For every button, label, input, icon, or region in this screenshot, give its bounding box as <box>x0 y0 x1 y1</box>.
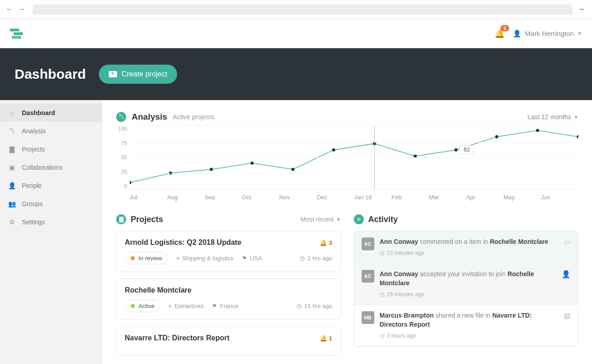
project-card[interactable]: Navarre LTD: Directors Report🔔1 <box>116 326 341 355</box>
avatar: AC <box>362 238 374 250</box>
app-window: ← → 🔔 5 👤 Mark Herrington ▼ Dashboard Cr… <box>0 0 592 364</box>
forward-icon[interactable]: → <box>17 5 26 14</box>
sidebar-item-label: People <box>22 182 42 189</box>
svg-point-9 <box>495 135 498 138</box>
user-name: Mark Herrington <box>525 30 574 37</box>
folder-round-icon: ▇ <box>116 214 126 224</box>
app-logo-icon[interactable] <box>10 27 23 40</box>
sidebar-item-settings[interactable]: ⚙ Settings <box>0 213 102 231</box>
create-project-label: Create project <box>122 70 168 78</box>
project-time: ◷2 hrs ago <box>300 255 332 262</box>
overflow-menu-icon[interactable] <box>577 8 587 11</box>
chat-icon: ▣ <box>8 164 15 171</box>
project-country: ⚑USA <box>242 255 262 262</box>
gear-icon: ⚙ <box>8 218 15 226</box>
range-selector[interactable]: Last 12 months ▼ <box>527 113 578 121</box>
svg-point-8 <box>454 148 458 152</box>
project-time: ◷11 hrs ago <box>296 303 332 309</box>
projects-column: ▇ Projects Most recent ▼ Arnold Logistic… <box>116 214 341 362</box>
project-category: ⌖Shipping & logistics <box>176 255 234 262</box>
activity-time: ◷23 minutes ago <box>380 249 559 257</box>
flag-icon: ⚑ <box>242 255 247 262</box>
project-country: ⚑France <box>212 303 238 309</box>
activity-item[interactable]: MBMarcus Brampton shared a new file in N… <box>354 305 578 346</box>
list-round-icon: ≡ <box>354 214 364 224</box>
comment-icon: ▭ <box>564 238 571 257</box>
browser-chrome: ← → <box>0 0 592 19</box>
target-icon: ⌖ <box>176 255 179 262</box>
sidebar: ⌂ Dashboard 〽 Analysis ▇ Projects ▣ Coll… <box>0 100 102 364</box>
target-icon: ⌖ <box>168 303 172 310</box>
chevron-down-icon: ▼ <box>577 31 582 36</box>
project-category: ⌖Extractives <box>168 303 204 310</box>
sidebar-item-label: Collaborations <box>22 164 63 171</box>
sidebar-item-label: Settings <box>22 218 45 226</box>
clock-icon: ◷ <box>296 303 301 309</box>
project-card[interactable]: Rochelle MontclareActive⌖Extractives⚑Fra… <box>116 278 341 320</box>
clock-icon: ◷ <box>380 332 384 340</box>
analysis-chart: 1007550250 62 JulAugSepOctNovDecJan 18Fe… <box>116 126 578 201</box>
svg-point-3 <box>250 162 254 165</box>
chevron-down-icon: ▼ <box>337 217 341 222</box>
person-icon: 👤 <box>8 182 15 189</box>
project-alert-badge: 🔔1 <box>320 335 332 342</box>
page-title: Dashboard <box>15 66 86 82</box>
project-title: Navarre LTD: Directors Report <box>125 334 230 342</box>
svg-point-0 <box>130 181 131 184</box>
status-pill: In review <box>125 252 168 264</box>
bell-icon: 🔔 <box>320 335 327 342</box>
avatar: MB <box>362 311 374 324</box>
status-pill: Active <box>125 300 160 312</box>
activity-target: Rochelle Montclare <box>490 238 548 245</box>
svg-point-11 <box>577 135 578 138</box>
notifications-bell-icon[interactable]: 🔔 5 <box>495 29 505 39</box>
clock-icon: ◷ <box>380 291 384 298</box>
chevron-down-icon: ▼ <box>574 115 578 120</box>
people-icon: 👥 <box>8 200 15 207</box>
activity-column: ≡ Activity ACAnn Conway commented on a i… <box>354 214 579 347</box>
trend-round-icon: 〽 <box>116 112 126 122</box>
svg-point-4 <box>291 168 295 171</box>
person-add-icon: 👤 <box>561 270 571 298</box>
svg-point-10 <box>536 129 539 132</box>
create-project-button[interactable]: Create project <box>99 65 178 84</box>
chart-x-labels: JulAugSepOctNovDecJan 18FebMarAprMayJun <box>116 194 578 201</box>
sidebar-item-analysis[interactable]: 〽 Analysis <box>0 122 102 140</box>
analysis-subtitle: Active projects <box>173 113 214 121</box>
svg-point-5 <box>332 148 335 152</box>
home-icon: ⌂ <box>8 109 15 116</box>
user-menu[interactable]: 👤 Mark Herrington ▼ <box>513 30 582 38</box>
sidebar-item-label: Dashboard <box>22 109 55 116</box>
range-label: Last 12 months <box>527 113 571 121</box>
file-icon: ▤ <box>564 311 571 339</box>
folder-icon: ▇ <box>8 146 15 153</box>
sidebar-item-groups[interactable]: 👥 Groups <box>0 195 102 213</box>
projects-sort-label: Most recent <box>300 216 333 223</box>
page-hero: Dashboard Create project <box>0 48 592 100</box>
projects-sort-selector[interactable]: Most recent ▼ <box>300 216 341 223</box>
back-icon[interactable]: ← <box>5 5 14 14</box>
project-card[interactable]: Arnold Logistics: Q2 2018 Update🔔3In rev… <box>116 231 341 272</box>
person-icon: 👤 <box>513 30 521 38</box>
sidebar-item-people[interactable]: 👤 People <box>0 177 102 195</box>
activity-list: ACAnn Conway commented on a item in Roch… <box>354 231 579 347</box>
activity-time: ◷26 minutes ago <box>380 291 556 298</box>
activity-item[interactable]: ACAnn Conway commented on a item in Roch… <box>354 231 578 263</box>
browser-nav-arrows: ← → <box>5 5 26 14</box>
projects-title: Projects <box>131 215 163 224</box>
sidebar-item-label: Projects <box>22 146 45 153</box>
activity-item[interactable]: ACAnn Conway accepted your invitation to… <box>354 263 578 305</box>
project-title: Arnold Logistics: Q2 2018 Update <box>125 238 241 247</box>
sidebar-item-collaborations[interactable]: ▣ Collaborations <box>0 158 102 177</box>
app-header: 🔔 5 👤 Mark Herrington ▼ <box>0 19 592 48</box>
activity-who: Ann Conway <box>380 270 418 278</box>
activity-title: Activity <box>368 215 398 224</box>
chart-area: 62 <box>130 126 578 189</box>
avatar: AC <box>362 270 374 283</box>
sidebar-item-dashboard[interactable]: ⌂ Dashboard <box>0 104 102 122</box>
chart-tooltip: 62 <box>459 145 474 154</box>
clock-icon: ◷ <box>300 255 305 262</box>
sidebar-item-projects[interactable]: ▇ Projects <box>0 140 102 158</box>
url-bar[interactable] <box>33 5 572 15</box>
project-title: Rochelle Montclare <box>125 286 192 294</box>
